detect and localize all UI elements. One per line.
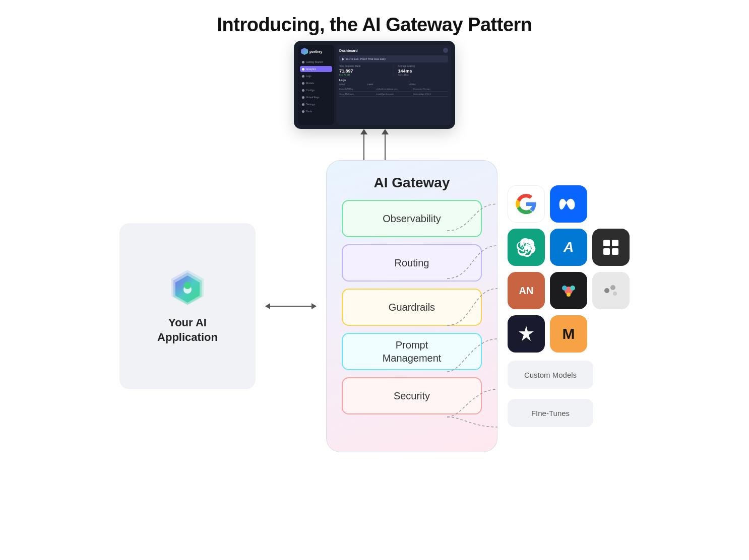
ai-app-label: Your AIApplication [157, 316, 218, 344]
nav-virtual-keys: Virtual Keys [300, 94, 332, 100]
provider-mistral: M [550, 315, 587, 353]
gateway-title: AI Gateway [374, 175, 450, 191]
provider-meta [550, 185, 587, 223]
svg-point-16 [613, 292, 617, 296]
bidir-arrow [266, 306, 316, 307]
provider-fine-tunes-row: FIne-Tunes [508, 399, 630, 427]
svg-point-15 [610, 285, 615, 290]
ds-log-row-1: Amanda Nibley nibley@emailplace.com Conn… [339, 87, 448, 92]
provider-custom-models-row: Custom Models [508, 361, 630, 389]
nav-configs: Configs [300, 87, 332, 93]
provider-row-1 [508, 185, 630, 223]
nav-models: Models [300, 80, 332, 86]
dashed-lines-svg [447, 185, 497, 498]
provider-custom-models: Custom Models [508, 361, 593, 389]
ds-close-btn [443, 48, 448, 53]
gateway-arrows-up [363, 129, 386, 160]
providers-area: A [508, 185, 630, 427]
svg-rect-7 [612, 240, 618, 246]
nav-tools: Tools [300, 108, 332, 114]
page-title: Introducing, the AI Gateway Pattern [217, 14, 532, 36]
provider-colorful [550, 272, 587, 309]
svg-point-14 [604, 288, 609, 293]
ds-log-row-2: Jesse Matthews email@portkey.com finetun… [339, 92, 448, 97]
svg-point-13 [567, 293, 571, 297]
nav-logs: Logs [300, 73, 332, 79]
nav-getting-started: Getting Started [300, 59, 332, 65]
providers-section: A [497, 185, 630, 427]
ds-logs-label: Logs [339, 79, 448, 82]
provider-row-4: M [508, 315, 630, 353]
ai-app-icon [167, 267, 208, 308]
provider-row-2: A [508, 229, 630, 266]
provider-dots [592, 272, 630, 309]
provider-row-3: AN [508, 272, 630, 309]
provider-perplexity [508, 315, 545, 353]
ai-app-box: Your AIApplication [119, 223, 256, 389]
dashboard-screenshot: portkey Getting Started Analytics Logs M [294, 41, 455, 129]
ds-title: Dashboard [339, 49, 358, 52]
ds-stat-latency: Average Latency 144ms from 141ms [398, 65, 449, 76]
nav-analytics: Analytics [300, 66, 332, 72]
svg-point-11 [570, 286, 575, 291]
ds-stat-requests: Total Requests Made 71,897 from 70,540 [339, 65, 390, 76]
provider-azure: A [550, 229, 587, 266]
svg-rect-8 [603, 248, 610, 255]
portkey-brand: portkey [309, 50, 322, 53]
provider-google [508, 185, 545, 223]
svg-point-12 [562, 286, 567, 291]
provider-fine-tunes: FIne-Tunes [508, 399, 593, 427]
svg-point-5 [184, 282, 191, 289]
svg-rect-6 [603, 240, 610, 246]
portkey-logo [301, 48, 308, 55]
provider-openai [508, 229, 545, 266]
ds-welcome-msg: ▶ You're Eve, Pixel! That was easy. [339, 55, 448, 62]
provider-anthropic: AN [508, 272, 545, 309]
nav-settings: Settings [300, 101, 332, 107]
provider-misc-1 [592, 229, 630, 266]
svg-rect-9 [612, 248, 618, 255]
